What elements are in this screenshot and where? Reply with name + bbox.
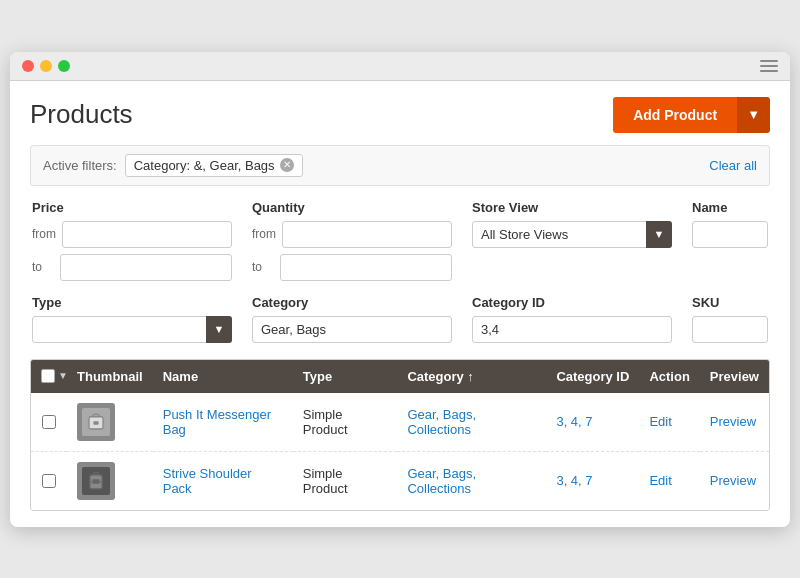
product-type-1: Simple Product	[303, 466, 348, 496]
products-table: ▼ Thumbnail Name Type Cat	[31, 360, 769, 510]
category-filter-label: Category	[252, 295, 452, 310]
th-category-label: Category	[407, 369, 463, 384]
store-view-label: Store View	[472, 200, 672, 215]
add-product-button-group: Add Product ▼	[613, 97, 770, 133]
row-checkbox-1[interactable]	[42, 474, 56, 488]
qty-to-input[interactable]	[280, 254, 452, 281]
svg-rect-2	[93, 421, 98, 425]
product-category-link-0[interactable]: Gear, Bags, Collections	[407, 407, 476, 437]
th-name: Name	[153, 360, 293, 393]
name-filter-input[interactable]	[692, 221, 768, 248]
category-id-input[interactable]: 3,4	[472, 316, 672, 343]
table-row: Push It Messenger Bag Simple Product Gea…	[31, 393, 769, 452]
th-thumbnail: Thumbnail	[67, 360, 153, 393]
th-thumbnail-label: Thumbnail	[77, 369, 143, 384]
sku-input[interactable]	[692, 316, 768, 343]
row-action-cell: Edit	[639, 393, 699, 452]
filters-grid: Price from to Quantity fro	[30, 200, 770, 343]
th-type-label: Type	[303, 369, 332, 384]
row-category-cell: Gear, Bags, Collections	[397, 393, 546, 452]
th-preview-label: Preview	[710, 369, 759, 384]
product-category-link-1[interactable]: Gear, Bags, Collections	[407, 466, 476, 496]
titlebar	[10, 52, 790, 81]
row-name-cell: Push It Messenger Bag	[153, 393, 293, 452]
price-to-label: to	[32, 260, 54, 274]
row-checkbox-0[interactable]	[42, 415, 56, 429]
page-title: Products	[30, 99, 133, 130]
qty-from-label: from	[252, 227, 276, 241]
category-filter-input[interactable]: Gear, Bags	[252, 316, 452, 343]
th-preview: Preview	[700, 360, 769, 393]
type-filter: Type Simple Product Configurable Product…	[32, 295, 232, 343]
row-type-cell: Simple Product	[293, 451, 398, 510]
store-view-select-wrapper: All Store Views Default Store View ▼	[472, 221, 672, 248]
row-category-cell: Gear, Bags, Collections	[397, 451, 546, 510]
price-from-input[interactable]	[62, 221, 232, 248]
row-type-cell: Simple Product	[293, 393, 398, 452]
price-to-input[interactable]	[60, 254, 232, 281]
product-category-id-link-0[interactable]: 3, 4, 7	[556, 414, 592, 429]
product-preview-link-0[interactable]: Preview	[710, 414, 756, 429]
product-thumbnail-0	[77, 403, 115, 441]
th-category-id-label: Category ID	[556, 369, 629, 384]
product-category-id-link-1[interactable]: 3, 4, 7	[556, 473, 592, 488]
quantity-label: Quantity	[252, 200, 452, 215]
row-thumbnail-cell	[67, 393, 153, 452]
quantity-filter: Quantity from to	[252, 200, 452, 281]
type-select-wrapper: Simple Product Configurable Product Bund…	[32, 316, 232, 343]
name-filter: Name	[692, 200, 768, 281]
row-preview-cell: Preview	[700, 393, 769, 452]
products-table-container: ▼ Thumbnail Name Type Cat	[30, 359, 770, 511]
qty-from-input[interactable]	[282, 221, 452, 248]
th-category-id: Category ID	[546, 360, 639, 393]
row-category-id-cell: 3, 4, 7	[546, 451, 639, 510]
th-action: Action	[639, 360, 699, 393]
active-filters-bar: Active filters: Category: &, Gear, Bags …	[30, 145, 770, 186]
minimize-dot[interactable]	[40, 60, 52, 72]
category-sort-icon: ↑	[467, 369, 474, 384]
header-checkbox[interactable]	[41, 369, 55, 383]
row-preview-cell: Preview	[700, 451, 769, 510]
row-thumbnail-cell	[67, 451, 153, 510]
sku-label: SKU	[692, 295, 768, 310]
type-label: Type	[32, 295, 232, 310]
store-view-select[interactable]: All Store Views Default Store View	[472, 221, 672, 248]
row-checkbox-cell	[31, 451, 67, 510]
store-view-filter: Store View All Store Views Default Store…	[472, 200, 672, 281]
active-filters-left: Active filters: Category: &, Gear, Bags …	[43, 154, 303, 177]
product-edit-link-0[interactable]: Edit	[649, 414, 671, 429]
th-category[interactable]: Category ↑	[397, 360, 546, 393]
name-filter-label: Name	[692, 200, 768, 215]
active-filter-text: Category: &, Gear, Bags	[134, 158, 275, 173]
th-name-label: Name	[163, 369, 198, 384]
active-filter-tag: Category: &, Gear, Bags ✕	[125, 154, 303, 177]
sku-filter: SKU	[692, 295, 768, 343]
window-controls	[22, 60, 70, 72]
row-checkbox-cell	[31, 393, 67, 452]
hamburger-menu[interactable]	[760, 60, 778, 72]
product-thumbnail-1	[77, 462, 115, 500]
remove-filter-button[interactable]: ✕	[280, 158, 294, 172]
table-row: Strive Shoulder Pack Simple Product Gear…	[31, 451, 769, 510]
add-product-button[interactable]: Add Product	[613, 97, 737, 133]
product-edit-link-1[interactable]: Edit	[649, 473, 671, 488]
price-label: Price	[32, 200, 232, 215]
maximize-dot[interactable]	[58, 60, 70, 72]
th-checkbox: ▼	[31, 360, 67, 392]
header-checkbox-chevron[interactable]: ▼	[58, 370, 68, 381]
clear-all-button[interactable]: Clear all	[709, 158, 757, 173]
qty-to-label: to	[252, 260, 274, 274]
close-dot[interactable]	[22, 60, 34, 72]
product-name-link-0[interactable]: Push It Messenger Bag	[163, 407, 271, 437]
category-id-label: Category ID	[472, 295, 672, 310]
add-product-dropdown-button[interactable]: ▼	[737, 97, 770, 133]
main-content: Products Add Product ▼ Active filters: C…	[10, 81, 790, 527]
page-header: Products Add Product ▼	[30, 97, 770, 133]
type-select[interactable]: Simple Product Configurable Product Bund…	[32, 316, 232, 343]
active-filters-label: Active filters:	[43, 158, 117, 173]
category-filter: Category Gear, Bags	[252, 295, 452, 343]
product-preview-link-1[interactable]: Preview	[710, 473, 756, 488]
product-name-link-1[interactable]: Strive Shoulder Pack	[163, 466, 252, 496]
row-action-cell: Edit	[639, 451, 699, 510]
row-category-id-cell: 3, 4, 7	[546, 393, 639, 452]
